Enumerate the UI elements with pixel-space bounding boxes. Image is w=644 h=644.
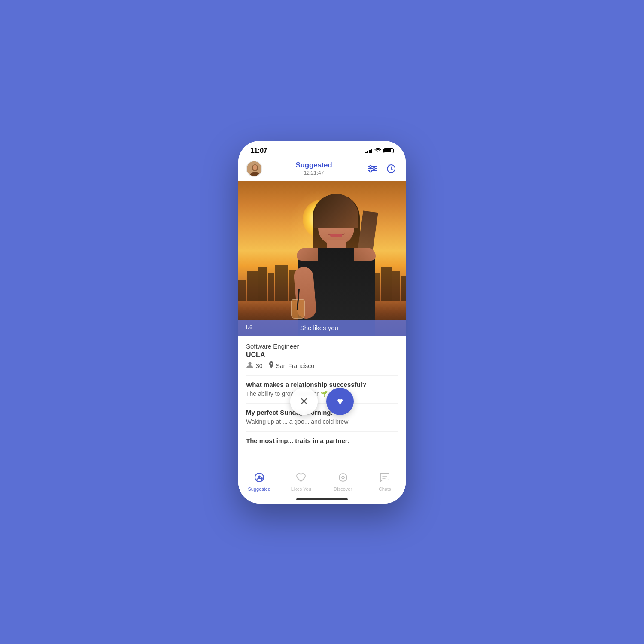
svg-rect-20 — [392, 271, 400, 301]
prompt-3: The most imp... traits in a partner: — [246, 431, 398, 451]
phone-frame: 11:07 — [238, 141, 406, 504]
header-subtitle: 12:21:47 — [295, 170, 332, 176]
status-icons — [365, 147, 394, 154]
nav-label-discover: Discover — [334, 486, 352, 492]
svg-rect-13 — [258, 267, 267, 301]
signal-icon — [365, 148, 373, 153]
svg-rect-15 — [275, 265, 288, 301]
nav-icon-discover — [338, 472, 348, 485]
svg-point-7 — [369, 165, 371, 167]
status-time: 11:07 — [250, 147, 267, 155]
status-bar: 11:07 — [238, 141, 406, 158]
prompt-2-answer: Waking up at ... a goo... and cold brew — [246, 418, 398, 426]
prompt-1-question: What makes a relationship successful? — [246, 381, 398, 388]
nav-item-likes-you[interactable]: Likes You — [286, 472, 316, 492]
nav-label-chats: Chats — [379, 486, 391, 492]
dismiss-icon: ✕ — [300, 396, 308, 407]
action-overlay: ✕ ♥ — [290, 388, 354, 415]
nav-icon-suggested — [254, 472, 264, 485]
profile-info: Software Engineer UCLA 30 — [238, 336, 406, 375]
location-value: San Francisco — [276, 362, 314, 369]
user-avatar[interactable] — [246, 161, 262, 177]
nav-icon-chats — [380, 472, 390, 485]
header-actions — [365, 162, 398, 176]
profile-job: Software Engineer — [246, 343, 398, 350]
home-indicator — [238, 495, 406, 504]
age-value: 30 — [256, 362, 263, 369]
profile-image-container[interactable]: 1/6 She likes you — [238, 181, 406, 336]
profile-school: UCLA — [246, 351, 398, 359]
svg-point-27 — [261, 477, 263, 479]
phone-screen: 11:07 — [238, 141, 406, 504]
nav-item-suggested[interactable]: Suggested — [244, 472, 274, 492]
like-button[interactable]: ♥ — [326, 388, 354, 415]
age-icon — [246, 362, 254, 370]
image-info-bar: 1/6 She likes you — [238, 320, 406, 336]
home-bar — [296, 498, 348, 500]
nav-item-chats[interactable]: Chats — [370, 472, 400, 492]
profile-meta: 30 San Francisco — [246, 361, 398, 370]
filter-button[interactable] — [365, 162, 379, 176]
location-icon — [269, 361, 274, 370]
prompt-3-question: The most imp... traits in a partner: — [246, 437, 398, 444]
wifi-icon — [374, 147, 381, 154]
svg-rect-12 — [247, 271, 258, 301]
bottom-nav: Suggested Likes You Disc — [238, 468, 406, 495]
svg-point-29 — [342, 476, 344, 479]
like-icon: ♥ — [337, 395, 343, 407]
image-counter: 1/6 — [245, 325, 252, 331]
profile-section: Software Engineer UCLA 30 — [238, 336, 406, 468]
header-title: Suggested — [295, 161, 332, 170]
profile-age: 30 — [246, 362, 263, 370]
profile-content: Software Engineer UCLA 30 — [238, 336, 406, 468]
battery-icon — [383, 148, 394, 153]
app-header: Suggested 12:21:47 — [238, 158, 406, 181]
likes-you-label: She likes you — [300, 324, 338, 331]
history-button[interactable] — [384, 162, 398, 176]
svg-point-8 — [373, 167, 375, 170]
header-center: Suggested 12:21:47 — [295, 161, 332, 176]
svg-point-9 — [369, 170, 371, 172]
nav-icon-likes-you — [296, 472, 306, 485]
svg-rect-11 — [238, 280, 246, 301]
profile-location: San Francisco — [269, 361, 314, 370]
profile-image — [238, 181, 406, 336]
svg-point-3 — [253, 165, 257, 170]
person-figure — [289, 194, 383, 336]
nav-label-suggested: Suggested — [248, 486, 270, 492]
svg-rect-21 — [401, 276, 406, 301]
nav-item-discover[interactable]: Discover — [328, 472, 358, 492]
dismiss-button[interactable]: ✕ — [290, 388, 318, 415]
svg-rect-14 — [268, 273, 274, 301]
nav-label-likes-you: Likes You — [291, 486, 311, 492]
